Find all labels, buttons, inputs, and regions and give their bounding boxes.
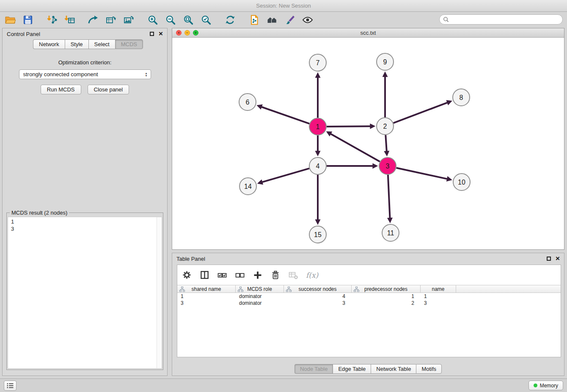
network-node-14[interactable]: 14 — [239, 178, 256, 195]
mcds-result-list[interactable]: 13 — [8, 217, 162, 232]
table-settings-icon[interactable] — [182, 270, 192, 280]
table-panel-title: Table Panel — [176, 256, 205, 262]
show-panels-menu-button[interactable] — [4, 381, 17, 391]
network-node-11[interactable]: 11 — [382, 224, 399, 241]
add-row-icon[interactable] — [253, 270, 263, 280]
delete-row-icon[interactable] — [270, 270, 281, 280]
table-header-row: shared nameMCDS rolesuccessor nodesprede… — [177, 285, 561, 293]
network-node-9[interactable]: 9 — [377, 53, 394, 70]
zoom-out-icon[interactable] — [165, 14, 176, 26]
control-panel: Control Panel × NetworkStyleSelectMCDS O… — [2, 28, 168, 376]
tab-mcds[interactable]: MCDS — [115, 39, 143, 49]
float-panel-icon[interactable] — [150, 32, 154, 36]
run-mcds-button[interactable]: Run MCDS — [41, 85, 81, 94]
style-brush-icon[interactable] — [284, 14, 295, 26]
criterion-dropdown-value: strongly connected component — [23, 71, 98, 77]
svg-text:14: 14 — [244, 183, 252, 190]
network-edge-2-8[interactable] — [394, 102, 448, 123]
close-window-button[interactable]: × — [176, 30, 182, 36]
memory-button[interactable]: Memory — [528, 381, 563, 390]
network-window: × − + scc.txt 7968124314101511 — [172, 28, 564, 250]
table-toolbar: f(x) — [177, 265, 561, 285]
float-table-panel-icon[interactable] — [547, 257, 551, 261]
import-network-from-file-icon[interactable] — [46, 14, 58, 26]
window-titlebar[interactable]: Session: New Session — [0, 0, 567, 12]
column-header-MCDS-role[interactable]: MCDS role — [236, 285, 284, 293]
tab-edge-table[interactable]: Edge Table — [333, 364, 371, 374]
network-edge-3-11[interactable] — [388, 175, 390, 218]
vertical-splitter[interactable] — [168, 28, 172, 376]
result-scrollbar[interactable] — [157, 217, 162, 368]
minimize-window-button[interactable]: − — [184, 30, 190, 36]
network-node-10[interactable]: 10 — [453, 174, 470, 190]
network-node-7[interactable]: 7 — [309, 54, 326, 71]
delete-table-icon[interactable] — [288, 270, 298, 280]
table-panel-header: Table Panel × — [172, 253, 564, 264]
unselect-all-columns-icon[interactable] — [235, 270, 245, 280]
network-edge-4-14[interactable] — [262, 168, 309, 182]
network-export-icon[interactable] — [87, 14, 99, 26]
svg-text:11: 11 — [387, 229, 394, 237]
result-line: 3 — [8, 225, 162, 232]
network-canvas[interactable]: 7968124314101511 — [172, 38, 564, 249]
show-columns-icon[interactable] — [199, 270, 209, 280]
svg-text:4: 4 — [316, 163, 320, 170]
close-table-panel-icon[interactable]: × — [556, 256, 560, 261]
column-header-name[interactable]: name — [421, 285, 456, 293]
network-node-15[interactable]: 15 — [309, 226, 326, 243]
export-network-file-icon[interactable] — [248, 14, 260, 26]
column-header-successor-nodes[interactable]: successor nodes — [284, 285, 352, 293]
network-node-1[interactable]: 1 — [309, 118, 326, 135]
network-edge-1-2[interactable] — [327, 126, 370, 127]
search-icon — [443, 17, 449, 22]
search-input[interactable] — [451, 17, 559, 22]
network-edge-1-6[interactable] — [261, 107, 309, 124]
zoom-in-icon[interactable] — [147, 14, 158, 26]
network-node-3[interactable]: 3 — [379, 157, 396, 174]
close-panel-icon[interactable]: × — [159, 31, 163, 36]
network-edge-3-1[interactable] — [331, 134, 380, 162]
table-cell: 1 — [177, 293, 236, 299]
control-panel-header: Control Panel × — [3, 28, 167, 39]
network-edge-3-10[interactable] — [396, 168, 447, 179]
horizontal-splitter[interactable] — [172, 250, 564, 253]
function-builder-icon[interactable]: f(x) — [306, 271, 318, 279]
close-panel-button[interactable]: Close panel — [88, 85, 129, 94]
svg-text:10: 10 — [458, 179, 465, 186]
import-table-from-file-icon[interactable] — [64, 14, 75, 26]
first-neighbors-icon[interactable] — [266, 14, 278, 26]
zoom-fit-content-icon[interactable] — [182, 14, 194, 26]
control-panel-title: Control Panel — [7, 31, 40, 37]
result-line: 1 — [8, 217, 162, 225]
criterion-dropdown[interactable]: strongly connected component ▲▼ — [19, 69, 151, 79]
column-header-shared-name[interactable]: shared name — [177, 285, 236, 293]
svg-text:8: 8 — [460, 94, 463, 101]
table-export-icon[interactable] — [105, 14, 116, 26]
export-image-icon[interactable] — [123, 14, 134, 26]
table-row[interactable]: 1dominator411 — [177, 293, 561, 300]
column-header-predecessor-nodes[interactable]: predecessor nodes — [352, 285, 421, 293]
tab-node-table[interactable]: Node Table — [295, 364, 333, 374]
table-cell: 4 — [284, 293, 352, 299]
tab-style[interactable]: Style — [65, 39, 88, 49]
zoom-selected-region-icon[interactable] — [200, 14, 212, 26]
column-tree-icon — [179, 287, 185, 292]
apply-preferred-layout-icon[interactable] — [224, 14, 236, 26]
network-node-2[interactable]: 2 — [377, 118, 394, 135]
tab-motifs[interactable]: Motifs — [416, 364, 442, 374]
table-row[interactable]: 3dominator323 — [177, 300, 561, 306]
tab-network[interactable]: Network — [33, 39, 65, 49]
show-hide-icon[interactable] — [302, 14, 313, 26]
network-node-4[interactable]: 4 — [309, 157, 326, 174]
network-window-titlebar[interactable]: × − + scc.txt — [172, 28, 564, 38]
tab-select[interactable]: Select — [88, 39, 115, 49]
search-box[interactable] — [439, 14, 563, 25]
tab-network-table[interactable]: Network Table — [371, 364, 416, 374]
network-node-8[interactable]: 8 — [453, 89, 470, 106]
save-session-icon[interactable] — [22, 14, 33, 26]
zoom-window-button[interactable]: + — [193, 30, 198, 36]
network-edge-2-3[interactable] — [385, 135, 387, 151]
open-session-icon[interactable] — [4, 14, 16, 26]
select-all-columns-icon[interactable] — [217, 270, 227, 280]
network-node-6[interactable]: 6 — [239, 94, 256, 110]
